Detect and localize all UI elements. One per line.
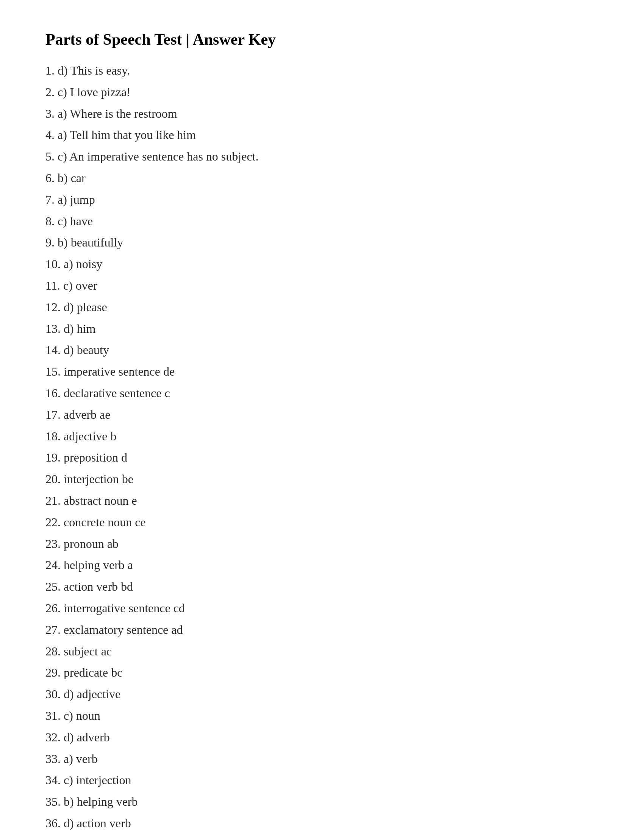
- list-item: 25. action verb bd: [45, 576, 599, 598]
- list-item: 31. c) noun: [45, 705, 599, 727]
- list-item: 15. imperative sentence de: [45, 361, 599, 383]
- list-item: 13. d) him: [45, 318, 599, 339]
- list-item: 2. c) I love pizza!: [45, 81, 599, 103]
- list-item: 16. declarative sentence c: [45, 383, 599, 404]
- list-item: 6. b) car: [45, 167, 599, 189]
- list-item: 14. d) beauty: [45, 339, 599, 361]
- list-item: 29. predicate bc: [45, 662, 599, 683]
- list-item: 20. interjection be: [45, 468, 599, 490]
- list-item: 7. a) jump: [45, 189, 599, 211]
- list-item: 12. d) please: [45, 296, 599, 318]
- list-item: 36. d) action verb: [45, 812, 599, 833]
- list-item: 4. a) Tell him that you like him: [45, 124, 599, 146]
- page-title: Parts of Speech Test | Answer Key: [45, 30, 599, 48]
- list-item: 8. c) have: [45, 211, 599, 232]
- list-item: 17. adverb ae: [45, 404, 599, 426]
- list-item: 9. b) beautifully: [45, 232, 599, 253]
- list-item: 34. c) interjection: [45, 769, 599, 791]
- list-item: 10. a) noisy: [45, 253, 599, 275]
- list-item: 26. interrogative sentence cd: [45, 598, 599, 619]
- list-item: 27. exclamatory sentence ad: [45, 619, 599, 641]
- list-item: 3. a) Where is the restroom: [45, 103, 599, 125]
- list-item: 11. c) over: [45, 275, 599, 296]
- list-item: 32. d) adverb: [45, 727, 599, 748]
- list-item: 1. d) This is easy.: [45, 60, 599, 81]
- list-item: 23. pronoun ab: [45, 533, 599, 555]
- list-item: 5. c) An imperative sentence has no subj…: [45, 146, 599, 167]
- list-item: 24. helping verb a: [45, 554, 599, 576]
- list-item: 19. preposition d: [45, 447, 599, 468]
- list-item: 28. subject ac: [45, 641, 599, 662]
- list-item: 35. b) helping verb: [45, 791, 599, 812]
- list-item: 18. adjective b: [45, 426, 599, 447]
- list-item: 30. d) adjective: [45, 683, 599, 705]
- list-item: 22. concrete noun ce: [45, 511, 599, 533]
- answer-list: 1. d) This is easy.2. c) I love pizza!3.…: [45, 60, 599, 833]
- list-item: 21. abstract noun e: [45, 490, 599, 511]
- list-item: 33. a) verb: [45, 748, 599, 770]
